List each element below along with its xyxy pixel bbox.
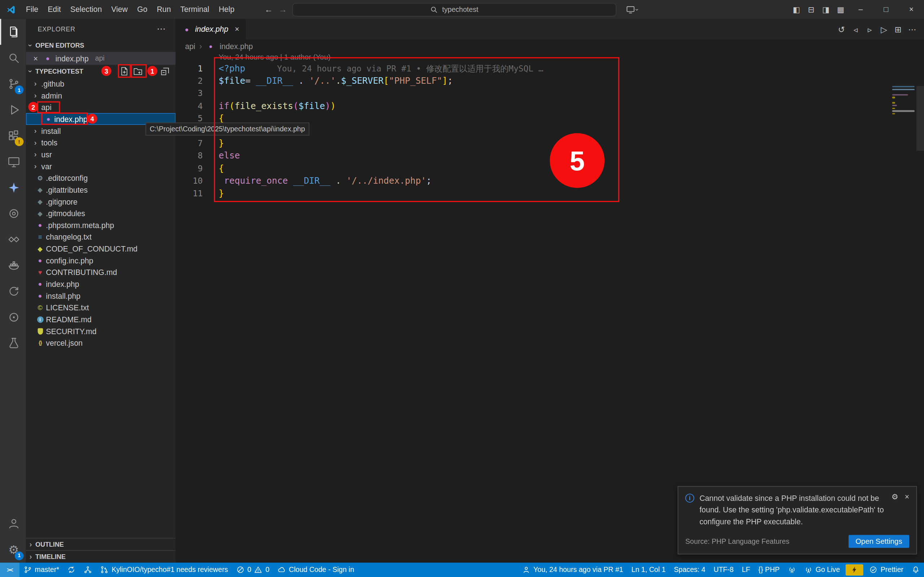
tree-item-vercel-json[interactable]: {}vercel.json [26,337,176,349]
new-folder-icon[interactable] [133,66,143,77]
tree-item--github[interactable]: ›.github [26,78,176,90]
activitybar-ext-docker[interactable] [0,252,26,278]
status-go-live[interactable]: Go Live [800,562,844,577]
menu-view[interactable]: View [106,0,132,19]
menu-file[interactable]: File [21,0,43,19]
menu-go[interactable]: Go [132,0,152,19]
activitybar-source-control[interactable]: 1 [0,71,26,97]
tree-item-install-php[interactable]: ●install.php [26,290,176,302]
status-language-mode[interactable]: {} PHP [755,562,784,577]
split-editor-icon[interactable]: ⊞ [891,24,905,34]
toggle-secondary-sidebar-icon[interactable]: ◨ [819,5,834,14]
status-git-branch[interactable]: master* [19,562,63,577]
minimize-button[interactable]: – [848,0,873,19]
activitybar-run-debug[interactable] [0,97,26,123]
status-prettier[interactable]: Prettier [865,562,907,577]
customize-layout-icon[interactable]: ▦ [834,5,848,14]
menu-terminal[interactable]: Terminal [176,0,214,19]
toggle-primary-sidebar-icon[interactable]: ◧ [789,5,804,14]
close-icon[interactable]: × [31,54,40,63]
run-file-icon[interactable]: ▷ [877,24,891,34]
tree-item-index-php[interactable]: ●index.php [26,278,176,290]
forward-icon[interactable]: → [278,5,288,14]
activitybar-search[interactable] [0,45,26,71]
activitybar-extensions[interactable]: ! [0,123,26,149]
tree-item-api[interactable]: ›api [26,102,176,113]
status-cursor-position[interactable]: Ln 1, Col 1 [627,562,670,577]
activitybar-remote-explorer[interactable] [0,148,26,174]
status-indentation[interactable]: Spaces: 4 [670,562,710,577]
breadcrumb-item-api[interactable]: api [185,42,195,50]
tree-item-license-txt[interactable]: ©LICENSE.txt [26,302,176,314]
cast-icon[interactable]: › [626,5,639,14]
status-eol[interactable]: LF [738,562,755,577]
codelens-annotation[interactable]: You, 24 hours ago | 1 author (You) [219,52,924,63]
tree-item--gitmodules[interactable]: ◆.gitmodules [26,208,176,219]
activitybar-ext-refresh[interactable] [0,278,26,304]
breadcrumb-item-index.php[interactable]: index.php [219,42,253,50]
tree-item--gitattributes[interactable]: ◆.gitattributes [26,184,176,196]
scrollbar[interactable] [916,86,924,151]
notification-settings-icon[interactable]: ⚙ [892,493,898,501]
more-actions-icon[interactable]: ⋯ [156,23,176,34]
restore-button[interactable]: □ [874,0,899,19]
status-git-sync[interactable] [63,562,80,577]
back-icon[interactable]: ← [264,5,273,14]
activitybar-ext-flask[interactable] [0,330,26,356]
tree-item--editorconfig[interactable]: ⚙.editorconfig [26,172,176,184]
tab-index-php[interactable]: ● index.php × [176,19,246,39]
timeline-label: TIMELINE [35,553,66,560]
status-php-server[interactable] [846,564,863,575]
open-editors-header[interactable]: › OPEN EDITORS [26,39,176,52]
close-button[interactable]: × [899,0,924,19]
new-file-icon[interactable] [119,66,129,77]
notification-toast: i Cannot validate since a PHP installati… [678,486,917,554]
tree-item-tools[interactable]: ›tools [26,137,176,149]
tree-item-security-md[interactable]: SECURITY.md [26,325,176,337]
status-pull-request[interactable]: KylinOIO/typecho#1 needs reviewers [97,562,232,577]
toggle-blame-icon[interactable]: ↺ [834,24,848,34]
tree-item--phpstorm-meta-php[interactable]: ●.phpstorm.meta.php [26,219,176,231]
status-cloud-code[interactable]: Cloud Code - Sign in [274,562,358,577]
status-notifications[interactable] [907,562,924,577]
activitybar-account[interactable] [0,511,26,537]
tree-item--gitignore[interactable]: ◆.gitignore [26,196,176,208]
status-encoding[interactable]: UTF-8 [710,562,738,577]
activitybar-ext-circle[interactable] [0,200,26,226]
status-problems[interactable]: 00 [232,562,274,577]
next-change-icon[interactable]: ▹ [863,24,877,34]
tree-item-code-of-conduct-md[interactable]: ◆CODE_OF_CONDUCT.md [26,243,176,255]
menu-run[interactable]: Run [152,0,176,19]
more-actions-icon[interactable]: ⋯ [905,24,919,34]
menu-edit[interactable]: Edit [43,0,66,19]
tree-item-admin[interactable]: ›admin [26,90,176,102]
open-settings-button[interactable]: Open Settings [848,535,909,548]
minimap[interactable] [892,86,916,116]
menu-selection[interactable]: Selection [66,0,106,19]
tree-item-config-inc-php[interactable]: ●config.inc.php [26,255,176,266]
status-git-blame[interactable]: You, 24 hours ago via PR #1 [518,562,627,577]
open-editor-item[interactable]: × ● index.php api [26,52,176,65]
notification-close-icon[interactable]: × [905,493,909,501]
tree-item-usr[interactable]: ›usr [26,148,176,160]
collapse-folders-icon[interactable] [160,66,169,77]
activitybar-explorer[interactable] [0,19,26,45]
tree-item-readme-md[interactable]: iREADME.md [26,314,176,326]
activitybar-ext-sparkle[interactable] [0,174,26,200]
timeline-section[interactable]: › TIMELINE [26,550,176,562]
outline-section[interactable]: › OUTLINE [26,538,176,550]
activitybar-ext-diamonds[interactable] [0,226,26,252]
status-git-graph[interactable] [80,562,97,577]
status-ports[interactable] [784,562,800,577]
activitybar-ext-target[interactable] [0,304,26,330]
previous-change-icon[interactable]: ◃ [848,24,863,34]
tree-item-var[interactable]: ›var [26,160,176,172]
close-icon[interactable]: × [235,25,239,34]
activitybar-settings[interactable]: ⚙1 [0,537,26,562]
tree-item-contributing-md[interactable]: ♥CONTRIBUTING.md [26,266,176,278]
menu-help[interactable]: Help [214,0,239,19]
search-input[interactable]: typechotest [292,3,616,16]
status-remote[interactable]: >< [0,562,19,577]
toggle-panel-icon[interactable]: ⊟ [804,5,819,14]
tree-item-changelog-txt[interactable]: ≡changelog.txt [26,231,176,243]
